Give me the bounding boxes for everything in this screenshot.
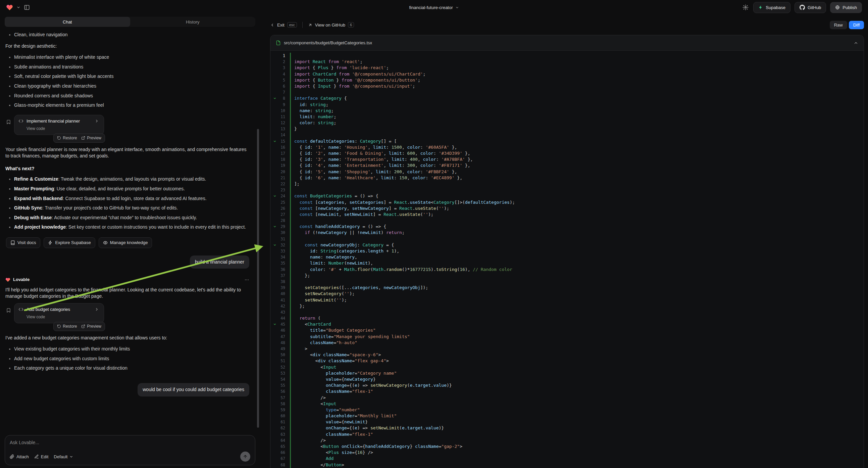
code-text: import React from 'react'; — [291, 59, 363, 65]
diff-added-bar — [290, 456, 291, 462]
design-intro: For the design aesthetic: — [5, 43, 249, 50]
github-label: GitHub — [808, 5, 821, 10]
exit-button[interactable]: Exit esc — [270, 22, 297, 28]
code-line: 26 const [newCategory, setNewCategory] =… — [271, 205, 864, 211]
bullet-item: Glass-morphic elements for a premium fee… — [14, 102, 249, 109]
fold-gutter — [273, 175, 277, 181]
fold-chevron-icon[interactable] — [273, 95, 277, 101]
settings-gear-icon[interactable] — [743, 4, 749, 10]
code-line: 12 color: string; — [271, 120, 864, 126]
line-number: 7 — [277, 89, 285, 95]
diff-added-bar — [290, 205, 291, 211]
fold-gutter — [273, 53, 277, 59]
restore-button[interactable]: Restore — [57, 324, 77, 329]
line-number: 59 — [277, 407, 285, 413]
explore-supabase-button[interactable]: Explore Supabase — [43, 237, 95, 248]
attach-button[interactable]: Attach — [10, 454, 29, 459]
code-line: 52 <Input — [271, 364, 864, 370]
code-text: className="flex-1" — [291, 431, 373, 437]
raw-button[interactable]: Raw — [830, 21, 847, 29]
model-select[interactable]: Default — [54, 454, 73, 459]
view-code-link[interactable]: View code — [27, 126, 45, 131]
workspace-chevron-down-icon[interactable] — [17, 5, 21, 9]
chat-message-list[interactable]: Clean, intuitive navigation For the desi… — [5, 30, 255, 432]
code-viewer[interactable]: 1 2import React from 'react';3import { P… — [271, 51, 864, 468]
edit-card-title: Add budget categories — [27, 306, 70, 313]
tab-chat[interactable]: Chat — [5, 17, 130, 27]
code-text: placeholder="Monthly limit" — [291, 413, 397, 419]
tab-history[interactable]: History — [130, 17, 256, 27]
code-text: { id: '5', name: 'Shopping', limit: 200,… — [291, 169, 457, 175]
line-number: 4 — [277, 71, 285, 77]
visit-docs-button[interactable]: Visit docs — [6, 237, 40, 248]
publish-button[interactable]: Publish — [830, 2, 862, 13]
fold-gutter — [273, 217, 277, 224]
code-text: title="Budget Categories" — [291, 327, 376, 333]
line-number: 56 — [277, 388, 285, 394]
diff-added-bar — [290, 279, 291, 285]
fold-gutter — [273, 83, 277, 89]
github-button[interactable]: GitHub — [795, 2, 826, 13]
bookmark-icon[interactable] — [6, 308, 11, 313]
diff-added-bar — [290, 346, 291, 352]
line-number: 35 — [277, 260, 285, 266]
supabase-button[interactable]: Supabase — [753, 2, 790, 13]
view-code-link[interactable]: View code — [27, 314, 45, 320]
code-text: setNewLimit(''); — [291, 297, 347, 303]
bolt-icon — [48, 240, 53, 245]
external-link-icon — [81, 324, 85, 328]
line-number: 33 — [277, 248, 285, 254]
fold-chevron-icon[interactable] — [273, 138, 277, 144]
view-on-github-button[interactable]: View on GitHub 6 — [308, 22, 354, 28]
diff-added-bar — [290, 230, 291, 236]
lovable-heart-icon — [5, 277, 10, 282]
edit-mode-button[interactable]: Edit — [34, 454, 48, 459]
code-text: import { Plus } from 'lucide-react'; — [291, 65, 389, 71]
bullet-item: Clean, intuitive navigation — [14, 32, 249, 38]
fold-gutter — [273, 327, 277, 333]
view-mode-toggle: Raw Diff — [830, 21, 864, 29]
fold-gutter — [273, 352, 277, 358]
diff-added-bar — [290, 437, 291, 443]
publish-label: Publish — [842, 5, 857, 10]
line-number: 19 — [277, 163, 285, 169]
fold-chevron-icon[interactable] — [273, 224, 277, 230]
line-number: 13 — [277, 126, 285, 132]
fold-chevron-icon[interactable] — [273, 242, 277, 248]
supabase-bolt-icon — [758, 5, 763, 10]
preview-button[interactable]: Preview — [81, 324, 101, 329]
edit-card-implement-financial-planner[interactable]: Implement financial planner View code Re… — [14, 115, 104, 135]
manage-knowledge-button[interactable]: Manage knowledge — [99, 237, 152, 248]
code-lines: 1 2import React from 'react';3import { P… — [271, 53, 864, 468]
fold-chevron-icon[interactable] — [273, 321, 277, 327]
diff-button[interactable]: Diff — [849, 21, 864, 29]
project-switcher[interactable]: financial-future-creator — [409, 5, 459, 10]
bullet-item: Rounded corners and subtle shadows — [14, 93, 249, 99]
more-options-icon[interactable] — [244, 277, 249, 282]
bookmark-icon[interactable] — [6, 119, 11, 124]
restore-button[interactable]: Restore — [57, 135, 77, 141]
diff-added-bar — [290, 419, 291, 425]
fold-gutter — [273, 150, 277, 156]
code-line: 35 limit: Number(newLimit), — [271, 260, 864, 266]
preview-button[interactable]: Preview — [81, 135, 101, 141]
edit-card-add-budget-categories[interactable]: Add budget categories View code Restore — [14, 303, 104, 323]
fold-gutter — [273, 132, 277, 138]
code-text: /> — [291, 437, 326, 443]
sidebar-toggle-icon[interactable] — [24, 4, 30, 10]
fold-chevron-icon[interactable] — [273, 193, 277, 199]
code-icon — [19, 307, 24, 312]
line-number: 17 — [277, 150, 285, 156]
file-header[interactable]: src/components/budget/BudgetCategories.t… — [271, 35, 864, 51]
collapse-file-chevron-up-icon[interactable] — [854, 40, 858, 45]
chat-input[interactable] — [10, 440, 250, 445]
diff-added-bar — [290, 156, 291, 163]
diff-added-bar — [290, 462, 291, 468]
chat-scrollbar[interactable] — [257, 129, 259, 428]
diff-added-bar — [290, 358, 291, 364]
lovable-logo-heart-icon[interactable] — [6, 4, 13, 11]
fold-gutter — [273, 59, 277, 65]
diff-added-bar — [290, 248, 291, 254]
code-text: const handleAddCategory = () => { — [291, 224, 386, 230]
send-button[interactable] — [240, 451, 250, 462]
